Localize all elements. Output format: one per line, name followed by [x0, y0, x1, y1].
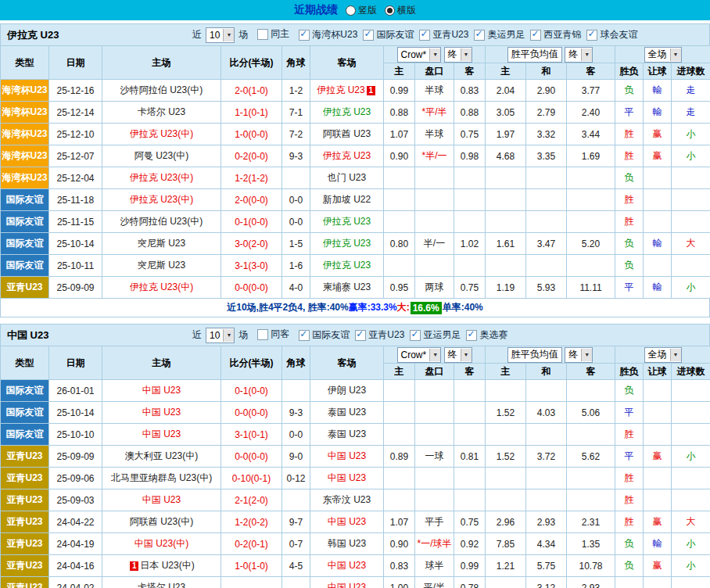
team-link[interactable]: 中国 U23(中)	[134, 538, 188, 549]
team-link[interactable]: 也门 U23	[328, 172, 366, 183]
score-link[interactable]: 0-10(0-1)	[232, 473, 271, 484]
team-link[interactable]: 突尼斯 U23	[138, 238, 185, 249]
team-link[interactable]: 东帝汶 U23	[323, 494, 371, 505]
team-link[interactable]: 泰国 U23	[328, 428, 366, 439]
team-link[interactable]: 新加坡 U22	[323, 194, 371, 205]
handicap-time-select[interactable]: 终▼	[444, 347, 472, 363]
team-link[interactable]: 澳大利亚 U23(中)	[125, 450, 198, 461]
score-link[interactable]: 3-1(0-1)	[235, 429, 268, 440]
avg-time-select[interactable]: 终▼	[565, 347, 593, 363]
team-link[interactable]: 伊拉克 U23	[323, 260, 371, 271]
team-link[interactable]: 中国 U23	[328, 472, 366, 483]
score-link[interactable]: 0-1(0-0)	[235, 385, 268, 396]
score-link[interactable]: 2-0(1-0)	[235, 85, 268, 96]
competition-checkbox[interactable]: 亚青U23	[355, 328, 404, 342]
avg-home-odds-cell: 3.05	[486, 102, 526, 124]
team-link[interactable]: 沙特阿拉伯 U23(中)	[120, 84, 203, 95]
recent-count-select[interactable]: 10▼	[206, 27, 235, 43]
score-link[interactable]: 1-1(0-1)	[235, 107, 268, 118]
team-link[interactable]: 日本 U23(中)	[140, 560, 194, 571]
avg-type-select[interactable]: 胜平负均值	[507, 347, 562, 363]
avg-draw-odds-cell	[526, 468, 567, 489]
team-link[interactable]: 中国 U23	[328, 582, 366, 588]
team-link[interactable]: 伊拉克 U23(中)	[130, 194, 193, 205]
result-cell: 胜	[615, 468, 644, 489]
team-link[interactable]: 伊拉克 U23	[323, 238, 371, 249]
avg-away-odds-cell: 3.77	[567, 80, 615, 102]
bookmaker-select[interactable]: Crow*▼	[397, 47, 442, 63]
team-link[interactable]: 伊拉克 U23(中)	[130, 281, 193, 292]
avg-type-select[interactable]: 胜平负均值	[507, 47, 562, 63]
team-link[interactable]: 阿联酋 U23	[323, 128, 371, 139]
team-link[interactable]: 阿曼 U23(中)	[134, 150, 188, 161]
recent-count-select[interactable]: 10▼	[206, 328, 235, 343]
layout-option-horizontal[interactable]: 横版	[385, 4, 416, 17]
competition-checkbox[interactable]: 国际友谊	[363, 28, 414, 41]
goal-result-cell: 大	[672, 511, 710, 533]
team-link[interactable]: 伊拉克 U23	[317, 84, 364, 95]
scope-select[interactable]: 全场▼	[644, 347, 682, 363]
handicap-away-odds-cell: 0.92	[454, 533, 486, 555]
same-side-checkbox[interactable]: 同主	[257, 27, 289, 41]
competition-checkbox[interactable]: 西亚青锦	[530, 28, 581, 41]
team-link[interactable]: 中国 U23	[142, 494, 181, 505]
col-header-corner: 角球	[282, 46, 310, 80]
checkbox-label: 国际友谊	[312, 328, 350, 342]
team-link[interactable]: 阿联酋 U23(中)	[130, 516, 193, 527]
score-link[interactable]: 2-0(0-0)	[235, 195, 268, 206]
competition-checkbox[interactable]: 亚青U23	[419, 28, 468, 41]
date-cell: 24-04-16	[49, 555, 102, 577]
handicap-time-select[interactable]: 终▼	[444, 47, 472, 63]
team-link[interactable]: 中国 U23	[328, 450, 366, 461]
team-link[interactable]: 卡塔尔 U23	[138, 582, 185, 588]
team-link[interactable]: 突尼斯 U23	[138, 260, 185, 271]
team-link[interactable]: 伊拉克 U23	[323, 106, 371, 117]
corner-cell: 7-1	[282, 102, 310, 124]
team-link[interactable]: 伊拉克 U23	[323, 150, 371, 161]
team-link[interactable]: 伊朗 U23	[328, 385, 366, 396]
team-link[interactable]: 中国 U23	[328, 560, 366, 571]
team-link[interactable]: 伊拉克 U23(中)	[130, 172, 193, 183]
team-link[interactable]: 柬埔寨 U23	[323, 281, 371, 292]
score-link[interactable]: 0-0(0-0)	[235, 282, 268, 293]
score-link[interactable]: 0-0(0-0)	[235, 451, 268, 462]
team-link[interactable]: 中国 U23	[142, 428, 181, 439]
layout-option-vertical[interactable]: 竖版	[346, 4, 377, 17]
competition-checkbox[interactable]: 球会友谊	[586, 28, 637, 41]
competition-checkbox[interactable]: 国际友谊	[299, 328, 350, 342]
score-link[interactable]: 1-2(1-2)	[235, 173, 268, 184]
same-side-checkbox[interactable]: 同客	[257, 328, 289, 341]
bookmaker-select[interactable]: Crow*▼	[397, 347, 442, 363]
scope-select[interactable]: 全场▼	[644, 47, 682, 63]
avg-home-odds-cell: 4.68	[486, 145, 526, 167]
score-link[interactable]: 1-0(0-0)	[235, 129, 268, 140]
corner-cell: 9-3	[282, 145, 310, 167]
team-link[interactable]: 中国 U23	[142, 407, 181, 418]
competition-checkbox[interactable]: 奥选赛	[466, 328, 507, 342]
score-link[interactable]: 3-1(3-0)	[235, 260, 268, 271]
score-link[interactable]: 1-2(0-2)	[235, 517, 268, 528]
score-link[interactable]: 3-0(2-0)	[235, 238, 268, 249]
team-link[interactable]: 韩国 U23	[328, 538, 366, 549]
score-link[interactable]: 2-1(2-0)	[235, 495, 268, 506]
avg-time-select[interactable]: 终▼	[565, 47, 593, 63]
team-link[interactable]: 伊拉克 U23(中)	[130, 128, 193, 139]
team-link[interactable]: 卡塔尔 U23	[138, 106, 185, 117]
team-link[interactable]: 泰国 U23	[328, 407, 366, 418]
score-link[interactable]: 0-1(0-0)	[235, 217, 268, 228]
team-link[interactable]: 伊拉克 U23	[323, 216, 371, 227]
score-link[interactable]: 0-2(0-1)	[235, 539, 268, 550]
score-link[interactable]: 0-0(0-0)	[235, 407, 268, 418]
away-team-cell: 柬埔寨 U23	[310, 277, 384, 299]
team-link[interactable]: 北马里亚纳群岛 U23(中)	[111, 472, 212, 483]
home-team-cell: 1日本 U23(中)	[102, 555, 221, 577]
competition-checkbox[interactable]: 海湾杯U23	[299, 28, 357, 41]
score-link[interactable]: 1-0(1-0)	[235, 561, 268, 572]
competition-checkbox[interactable]: 奥运男足	[474, 28, 525, 41]
score-link[interactable]: 0-2(0-0)	[235, 151, 268, 162]
team-link[interactable]: 沙特阿拉伯 U23(中)	[120, 216, 203, 227]
competition-checkbox[interactable]: 亚运男足	[410, 328, 461, 342]
team-link[interactable]: 中国 U23	[328, 516, 366, 527]
team-link[interactable]: 中国 U23	[142, 385, 181, 396]
away-team-cell: 伊拉克 U23	[310, 233, 384, 255]
